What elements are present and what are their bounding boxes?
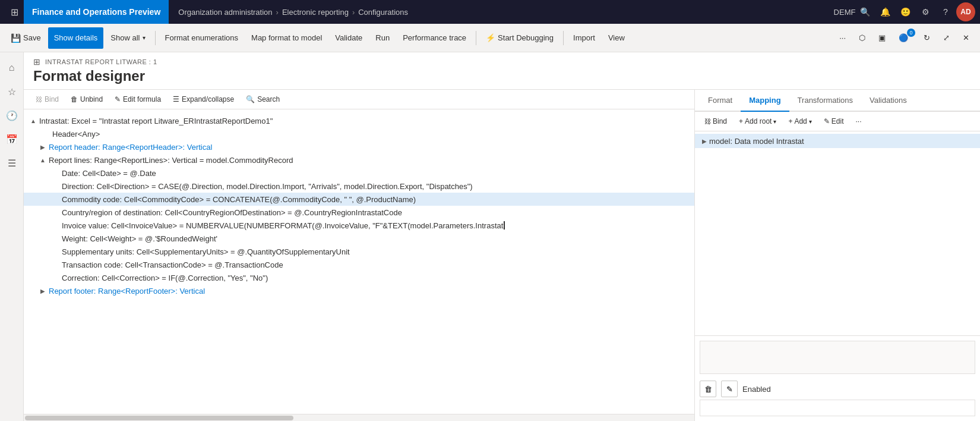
- notification-icon[interactable]: 🔔: [875, 2, 894, 21]
- demf-label: DEMF: [835, 2, 854, 21]
- tree-item[interactable]: ▶ Country/region of destination: Cell<Co…: [24, 206, 694, 219]
- tree-expander[interactable]: ▲: [29, 116, 38, 125]
- tree-toolbar: ⛓ Bind 🗑 Unbind ✎ Edit formula ☰ Expand/…: [24, 90, 694, 109]
- tab-validations[interactable]: Validations: [861, 90, 915, 112]
- show-details-button[interactable]: Show details: [48, 27, 104, 49]
- breadcrumb-sep-1: ›: [276, 8, 279, 17]
- expand-collapse-button[interactable]: ☰ Expand/collapse: [168, 93, 239, 105]
- tree-item-selected[interactable]: ▶ Commodity code: Cell<CommodityCode> = …: [24, 193, 694, 206]
- view-button[interactable]: View: [602, 27, 631, 49]
- save-button[interactable]: 💾 Save: [5, 27, 47, 49]
- page-title: Format designer: [33, 68, 970, 84]
- edit-button[interactable]: ✎ Edit: [819, 115, 849, 127]
- tree-content: ▲ Intrastat: Excel = "Intrastat report L…: [24, 109, 694, 414]
- tree-item[interactable]: ▶ Correction: Cell<Correction> = IF(@.Co…: [24, 271, 694, 284]
- breadcrumb-configurations[interactable]: Configurations: [358, 8, 408, 17]
- unbind-icon: 🗑: [71, 95, 78, 103]
- save-icon: 💾: [11, 33, 21, 43]
- breadcrumb-electronic-reporting[interactable]: Electronic reporting: [282, 8, 349, 17]
- action-toolbar: 💾 Save Show details Show all ▾ Format en…: [0, 24, 980, 52]
- add-root-dropdown: ▾: [773, 118, 776, 125]
- tree-item[interactable]: ▶ Header<Any>: [24, 127, 694, 140]
- import-button[interactable]: Import: [567, 27, 601, 49]
- map-format-to-model-button[interactable]: Map format to model: [245, 27, 328, 49]
- scrollbar-thumb: [25, 416, 293, 420]
- more-options-button[interactable]: ···: [833, 27, 852, 49]
- tab-format[interactable]: Format: [700, 90, 741, 112]
- mapping-panel: Format Mapping Transformations Validatio…: [695, 90, 980, 421]
- performance-trace-button[interactable]: Performance trace: [397, 27, 472, 49]
- sidebar-icon-calendar[interactable]: 📅: [1, 128, 23, 150]
- nav-icons: DEMF 🔍 🔔 🙂 ⚙ ? AD: [835, 2, 975, 21]
- tree-item[interactable]: ▲ Intrastat: Excel = "Intrastat report L…: [24, 114, 694, 127]
- filter-icon[interactable]: ⊞: [33, 57, 40, 67]
- delete-mapping-button[interactable]: 🗑: [700, 381, 716, 397]
- tree-expander[interactable]: ▶: [38, 142, 48, 152]
- panel-icon-btn[interactable]: ▣: [872, 27, 892, 49]
- tab-mapping[interactable]: Mapping: [741, 90, 789, 112]
- edit-mapping-button[interactable]: ✎: [721, 381, 738, 397]
- toolbar-sep-2: [476, 31, 476, 45]
- tree-item[interactable]: ▶ Report header: Range<ReportHeader>: Ve…: [24, 140, 694, 153]
- add-root-button[interactable]: + Add root ▾: [734, 115, 781, 127]
- run-button[interactable]: Run: [369, 27, 396, 49]
- app-grid-icon[interactable]: ⊞: [5, 2, 24, 21]
- smiley-icon[interactable]: 🙂: [896, 2, 915, 21]
- model-tree-item[interactable]: ▶ model: Data model Intrastat: [695, 134, 980, 148]
- mapping-bind-icon: ⛓: [704, 118, 711, 125]
- help-icon[interactable]: ?: [936, 2, 955, 21]
- search-nav-icon[interactable]: 🔍: [855, 2, 874, 21]
- tree-expander[interactable]: ▶: [38, 286, 48, 296]
- tree-item[interactable]: ▶ Supplementary units: Cell<Supplementar…: [24, 245, 694, 258]
- page-subtitle: INTRASTAT REPORT LITWARE : 1: [45, 58, 157, 65]
- expand-collapse-icon: ☰: [173, 95, 179, 103]
- show-all-button[interactable]: Show all ▾: [105, 27, 151, 49]
- sidebar-icon-list[interactable]: ☰: [1, 152, 23, 174]
- app-title[interactable]: Finance and Operations Preview: [24, 0, 169, 24]
- breadcrumb-sep-2: ›: [352, 8, 355, 17]
- resize-icon-btn[interactable]: ⤢: [937, 27, 956, 49]
- mapping-bind-button[interactable]: ⛓ Bind: [700, 115, 732, 127]
- settings-icon[interactable]: ⚙: [916, 2, 935, 21]
- validate-button[interactable]: Validate: [329, 27, 368, 49]
- format-enumerations-button[interactable]: Format enumerations: [159, 27, 245, 49]
- start-debugging-button[interactable]: ⚡ Start Debugging: [480, 27, 559, 49]
- toolbar-sep-1: [155, 31, 156, 45]
- tree-scrollbar[interactable]: [24, 414, 694, 421]
- edit-formula-button[interactable]: ✎ Edit formula: [110, 93, 166, 105]
- tree-panel: ⛓ Bind 🗑 Unbind ✎ Edit formula ☰ Expand/…: [24, 90, 695, 421]
- top-nav-bar: ⊞ Finance and Operations Preview Organiz…: [0, 0, 980, 24]
- tree-item[interactable]: ▶ Report footer: Range<ReportFooter>: Ve…: [24, 284, 694, 297]
- mapping-textarea[interactable]: [700, 341, 975, 374]
- breadcrumb: Organization administration › Electronic…: [169, 8, 835, 17]
- close-btn[interactable]: ✕: [957, 27, 975, 49]
- bind-button[interactable]: ⛓ Bind: [31, 93, 64, 105]
- tab-transformations[interactable]: Transformations: [789, 90, 861, 112]
- avatar[interactable]: AD: [956, 2, 975, 21]
- tab-bar: Format Mapping Transformations Validatio…: [695, 90, 980, 112]
- tree-expander[interactable]: ▲: [38, 155, 48, 165]
- tree-item[interactable]: ▶ Date: Cell<Date> = @.Date: [24, 166, 694, 180]
- sidebar-icon-recent[interactable]: 🕐: [1, 105, 23, 126]
- breadcrumb-org-admin[interactable]: Organization administration: [178, 8, 272, 17]
- tree-item[interactable]: ▶ Transaction code: Cell<TransactionCode…: [24, 258, 694, 271]
- refresh-icon-btn[interactable]: ↻: [918, 27, 936, 49]
- badge-icon-btn[interactable]: 🔵0: [893, 27, 916, 49]
- sidebar-icon-star[interactable]: ☆: [1, 81, 23, 102]
- tree-item[interactable]: ▶ Direction: Cell<Direction> = CASE(@.Di…: [24, 180, 694, 193]
- bind-icon: ⛓: [36, 96, 42, 103]
- add-button[interactable]: + Add ▾: [783, 115, 816, 127]
- edit-formula-icon: ✎: [115, 95, 121, 103]
- mapping-footer: 🗑 ✎ Enabled: [700, 381, 975, 397]
- tree-item[interactable]: ▶ Weight: Cell<Weight> = @.'$RoundedWeig…: [24, 232, 694, 245]
- mapping-bottom: 🗑 ✎ Enabled: [695, 335, 980, 421]
- unbind-button[interactable]: 🗑 Unbind: [66, 93, 108, 105]
- tree-item[interactable]: ▲ Report lines: Range<ReportLines>: Vert…: [24, 153, 694, 166]
- tree-item[interactable]: ▶ Invoice value: Cell<InvoiceValue> = NU…: [24, 219, 694, 232]
- enabled-input[interactable]: [700, 400, 975, 416]
- model-tree-expander[interactable]: ▶: [700, 136, 709, 146]
- search-button[interactable]: 🔍 Search: [241, 93, 284, 105]
- more-mapping-button[interactable]: ···: [851, 115, 866, 127]
- sidebar-icon-home[interactable]: ⌂: [1, 57, 23, 78]
- layout-icon-btn[interactable]: ⬡: [853, 27, 871, 49]
